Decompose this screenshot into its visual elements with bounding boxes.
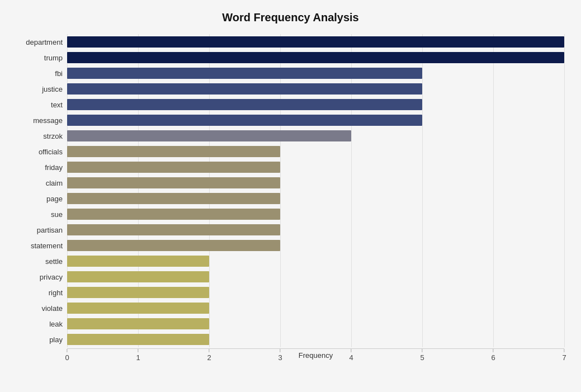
bar-row [67, 112, 564, 128]
bar [67, 193, 280, 204]
x-tick-label: 2 [207, 353, 211, 362]
bar-row [67, 269, 564, 285]
bar-row [67, 222, 564, 238]
bar [67, 36, 564, 48]
x-tick-line [564, 349, 564, 352]
bar-row [67, 253, 564, 269]
chart-container: Word Frequency Analysis departmenttrumpf… [0, 0, 581, 392]
chart-title: Word Frequency Analysis [17, 11, 564, 24]
bar-row [67, 175, 564, 191]
bar-row [67, 159, 564, 175]
bar [67, 318, 209, 329]
x-tick-label: 1 [136, 353, 140, 362]
bar-row [67, 206, 564, 222]
x-tick: 0 [65, 349, 69, 362]
bar-row [67, 238, 564, 253]
y-label: claim [46, 175, 63, 191]
bar-row [67, 144, 564, 159]
bar-row [67, 65, 564, 81]
grid-line [564, 34, 565, 347]
bar-row [67, 332, 564, 347]
bar [67, 115, 422, 126]
bar-row [67, 97, 564, 112]
bar [67, 177, 280, 188]
x-tick: 6 [491, 349, 495, 362]
y-label: sue [51, 206, 63, 222]
y-label: settle [45, 253, 63, 269]
x-tick: 4 [349, 349, 353, 362]
y-label: page [46, 191, 63, 206]
x-tick: 3 [278, 349, 282, 362]
bars-and-x: 01234567 Frequency [67, 34, 564, 348]
x-tick: 7 [562, 349, 566, 362]
bar-row [67, 50, 564, 65]
bar-row [67, 34, 564, 50]
x-tick-line [351, 349, 351, 352]
bar-row [67, 316, 564, 332]
x-tick-line [138, 349, 138, 352]
bar-row [67, 128, 564, 144]
x-tick-label: 5 [420, 353, 424, 362]
bar [67, 224, 280, 235]
y-axis-labels: departmenttrumpfbijusticetextmessagestrz… [17, 34, 67, 348]
y-label: right [49, 285, 63, 300]
y-label: violate [41, 300, 63, 316]
x-tick-label: 7 [562, 353, 566, 362]
bar-row [67, 81, 564, 97]
x-axis-title: Frequency [67, 351, 564, 360]
y-label: partisan [37, 222, 63, 238]
bar [67, 287, 209, 298]
bar [67, 146, 280, 157]
bar [67, 68, 422, 79]
y-label: officials [39, 144, 63, 159]
y-label: fbi [55, 65, 63, 81]
x-tick: 1 [136, 349, 140, 362]
x-tick-label: 0 [65, 353, 69, 362]
y-label: trump [44, 50, 63, 65]
bar [67, 271, 209, 282]
bar [67, 303, 209, 314]
y-label: text [51, 97, 63, 112]
bar [67, 162, 280, 173]
bar [67, 130, 351, 141]
bar [67, 52, 564, 63]
chart-area: departmenttrumpfbijusticetextmessagestrz… [17, 34, 564, 348]
y-label: friday [45, 159, 63, 175]
x-tick-line [209, 349, 209, 352]
y-label: play [49, 332, 63, 347]
x-tick-label: 4 [349, 353, 353, 362]
y-label: statement [31, 238, 63, 253]
y-label: leak [49, 316, 63, 332]
y-label: privacy [40, 269, 63, 285]
bar-row [67, 191, 564, 206]
bar [67, 334, 209, 345]
bar-row [67, 300, 564, 316]
x-axis: 01234567 [67, 348, 564, 349]
x-tick-line [422, 349, 422, 352]
x-tick-label: 6 [491, 353, 495, 362]
x-tick: 2 [207, 349, 211, 362]
x-tick-line [280, 349, 280, 352]
y-label: department [26, 34, 63, 50]
bar [67, 256, 209, 267]
y-label: strzok [43, 128, 63, 144]
bar [67, 240, 280, 251]
x-tick: 5 [420, 349, 424, 362]
x-tick-label: 3 [278, 353, 282, 362]
bar-row [67, 285, 564, 300]
bars-area [67, 34, 564, 347]
bar [67, 99, 422, 110]
bar [67, 83, 422, 95]
x-tick-line [67, 349, 67, 352]
y-label: justice [42, 81, 63, 97]
x-tick-line [493, 349, 493, 352]
y-label: message [33, 112, 63, 128]
bar [67, 209, 280, 220]
